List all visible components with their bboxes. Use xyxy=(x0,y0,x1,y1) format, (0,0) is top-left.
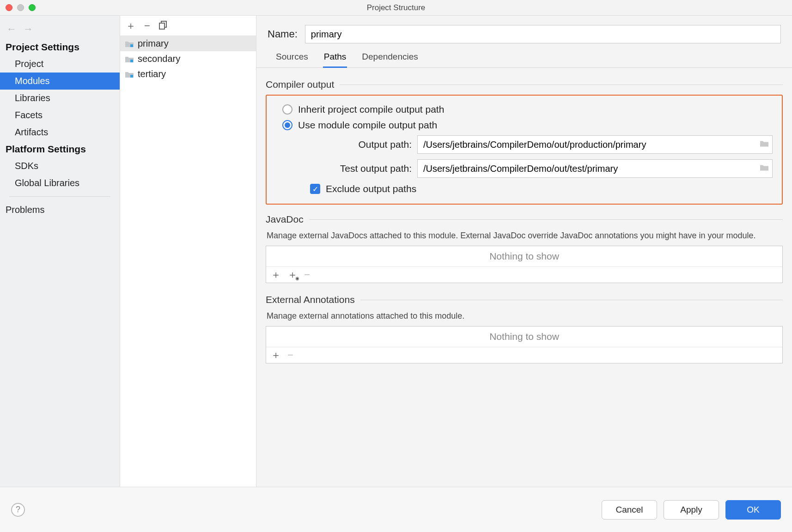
compiler-output-box: Inherit project compile output path Use … xyxy=(266,95,783,205)
module-item-tertiary[interactable]: tertiary xyxy=(120,66,256,82)
module-item-label: secondary xyxy=(138,54,180,64)
folder-module-icon xyxy=(125,71,134,78)
section-rule xyxy=(360,300,783,300)
use-module-radio-row[interactable]: Use module compile output path xyxy=(282,120,773,131)
output-path-input[interactable] xyxy=(417,135,773,154)
add-icon[interactable]: ＋ xyxy=(271,270,281,280)
browse-folder-icon[interactable] xyxy=(760,140,769,150)
dialog-footer: ? Cancel Apply OK xyxy=(0,487,792,532)
test-output-path-label: Test output path: xyxy=(305,163,412,174)
javadoc-hint: Manage external JavaDocs attached to thi… xyxy=(267,230,782,242)
tab-dependencies[interactable]: Dependencies xyxy=(361,52,419,67)
detail-tabs: Sources Paths Dependencies xyxy=(256,43,792,68)
sidebar-item-sdks[interactable]: SDKs xyxy=(0,157,120,175)
sidebar: ← → Project Settings Project Modules Lib… xyxy=(0,16,120,487)
exclude-paths-label: Exclude output paths xyxy=(326,183,416,194)
name-input[interactable] xyxy=(305,25,781,43)
section-rule xyxy=(309,219,783,220)
svg-rect-2 xyxy=(130,44,133,47)
name-label: Name: xyxy=(268,28,298,40)
module-list-panel: ＋ − primary secondary tertiary xyxy=(120,16,256,487)
apply-button[interactable]: Apply xyxy=(664,500,719,520)
sidebar-divider xyxy=(9,196,110,197)
test-output-path-input[interactable] xyxy=(417,159,773,178)
use-module-radio-label: Use module compile output path xyxy=(298,120,437,131)
window-title: Project Structure xyxy=(0,3,792,12)
module-item-secondary[interactable]: secondary xyxy=(120,51,256,66)
annotations-list: Nothing to show ＋ − xyxy=(266,326,783,363)
sidebar-item-libraries[interactable]: Libraries xyxy=(0,90,120,107)
back-icon[interactable]: ← xyxy=(6,24,17,34)
checkbox-checked-icon[interactable]: ✓ xyxy=(310,184,320,194)
svg-rect-3 xyxy=(130,60,133,62)
javadoc-title: JavaDoc xyxy=(266,214,304,225)
module-toolbar: ＋ − xyxy=(120,16,256,36)
copy-module-icon[interactable] xyxy=(158,20,168,31)
sidebar-item-artifacts[interactable]: Artifacts xyxy=(0,124,120,141)
svg-rect-4 xyxy=(130,75,133,78)
remove-icon[interactable]: − xyxy=(304,270,310,280)
sidebar-item-project[interactable]: Project xyxy=(0,55,120,73)
annotations-hint: Manage external annotations attached to … xyxy=(267,310,782,322)
annotations-title: External Annotations xyxy=(266,294,355,305)
forward-icon[interactable]: → xyxy=(23,24,33,34)
module-detail-panel: Name: Sources Paths Dependencies Compile… xyxy=(256,16,792,487)
sidebar-item-problems[interactable]: Problems xyxy=(0,201,120,218)
inherit-radio-row[interactable]: Inherit project compile output path xyxy=(282,104,773,115)
radio-icon[interactable] xyxy=(282,120,292,130)
add-url-icon[interactable]: ＋◉ xyxy=(287,270,298,280)
folder-module-icon xyxy=(125,55,134,63)
folder-module-icon xyxy=(125,40,134,48)
tab-sources[interactable]: Sources xyxy=(275,52,309,67)
sidebar-group-platform: Platform Settings xyxy=(0,141,120,157)
output-path-label: Output path: xyxy=(305,139,412,150)
tab-paths[interactable]: Paths xyxy=(323,52,347,68)
compiler-output-title: Compiler output xyxy=(266,79,334,90)
svg-rect-1 xyxy=(159,23,164,29)
section-rule xyxy=(340,85,783,85)
module-item-label: primary xyxy=(138,38,169,49)
annotations-empty-label: Nothing to show xyxy=(266,326,782,347)
javadoc-empty-label: Nothing to show xyxy=(266,246,782,266)
remove-icon[interactable]: − xyxy=(287,350,293,360)
remove-module-icon[interactable]: − xyxy=(144,21,150,31)
inherit-radio-label: Inherit project compile output path xyxy=(298,104,444,115)
ok-button[interactable]: OK xyxy=(725,500,781,520)
nav-history: ← → xyxy=(0,16,120,39)
javadoc-list: Nothing to show ＋ ＋◉ − xyxy=(266,246,783,283)
radio-icon[interactable] xyxy=(282,104,292,115)
sidebar-item-facets[interactable]: Facets xyxy=(0,107,120,124)
exclude-paths-checkbox-row[interactable]: ✓ Exclude output paths xyxy=(310,183,773,194)
sidebar-group-project: Project Settings xyxy=(0,39,120,55)
cancel-button[interactable]: Cancel xyxy=(602,500,657,520)
sidebar-item-modules[interactable]: Modules xyxy=(0,73,120,90)
browse-folder-icon[interactable] xyxy=(760,164,769,174)
help-button[interactable]: ? xyxy=(11,503,25,517)
add-module-icon[interactable]: ＋ xyxy=(126,21,136,31)
sidebar-item-global-libraries[interactable]: Global Libraries xyxy=(0,175,120,192)
module-item-primary[interactable]: primary xyxy=(120,36,256,51)
add-icon[interactable]: ＋ xyxy=(271,350,281,360)
titlebar: Project Structure xyxy=(0,0,792,16)
module-item-label: tertiary xyxy=(138,69,166,79)
